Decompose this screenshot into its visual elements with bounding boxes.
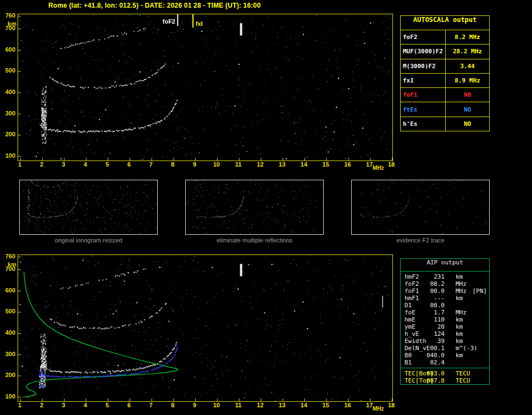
top-y-tick-300: 300	[2, 110, 15, 117]
top-y-tick-700: 700	[2, 25, 15, 31]
aip-param-unit: km	[456, 352, 463, 359]
top-y-tick-200: 200	[2, 131, 15, 137]
aip-row: hmE110km	[401, 316, 489, 323]
aip-param-unit: km	[456, 295, 463, 302]
aip-row: TEC[Top]007.8TECU	[401, 377, 489, 384]
bottom-x-tick-4: 4	[79, 402, 91, 408]
thumbnail-evidence-canvas	[352, 180, 489, 234]
top-y-tick-500: 500	[2, 67, 15, 74]
aip-param-unit: km	[456, 330, 463, 337]
aip-output-panel: AIP output hmF2231kmfoF208.2MHzfoF100.0M…	[400, 258, 490, 385]
thumbnail-original-canvas	[20, 180, 157, 234]
top-x-tick-13: 13	[276, 161, 288, 168]
autoscala-row: foF1NO	[401, 87, 489, 102]
bottom-x-tick-3: 3	[58, 402, 70, 408]
bottom-x-tick-12: 12	[254, 402, 266, 408]
aip-param-name: foF1	[404, 287, 419, 295]
aip-row: DelN_vE00.1m^(-3)	[401, 345, 489, 352]
aip-row: foE1.7MHz	[401, 309, 489, 316]
top-x-tick-7: 7	[145, 161, 157, 168]
aip-row: foF208.2MHz	[401, 280, 489, 287]
bottom-y-tick-100: 100	[2, 393, 15, 400]
aip-row: Ewidth39km	[401, 337, 489, 345]
autoscala-param-name: foF1	[401, 88, 446, 102]
aip-param-value: 00.0	[425, 287, 445, 295]
bottom-ionogram-canvas	[18, 255, 392, 401]
top-x-tick-2: 2	[36, 161, 48, 168]
autoscala-param-name: foF2	[401, 30, 446, 44]
bottom-x-tick-9: 9	[189, 402, 201, 408]
thumbnail-caption-evidence: evidence F2 trace	[351, 237, 490, 244]
aip-param-value: 110	[425, 316, 445, 323]
aip-param-name: ymE	[404, 323, 415, 330]
bottom-y-tick-760: 760	[2, 253, 15, 259]
aip-param-unit: km	[456, 273, 463, 280]
aip-param-unit: km	[456, 337, 463, 345]
top-x-tick-4: 4	[79, 161, 91, 168]
thumbnail-caption-original: original ionogram resized	[19, 237, 158, 244]
thumbnail-eliminate-multiples	[185, 180, 324, 235]
top-x-tick-10: 10	[210, 161, 223, 168]
aip-param-name: h_vE	[404, 330, 419, 337]
top-x-tick-1: 1	[14, 161, 26, 168]
autoscala-param-name: MUF(3000)F2	[401, 45, 446, 58]
bottom-x-tick-15: 15	[320, 402, 332, 408]
top-x-tick-9: 9	[189, 161, 201, 168]
aip-row: TEC[Bot]003.0TECU	[401, 370, 489, 377]
aip-param-name: hmF2	[404, 273, 419, 280]
aip-param-unit: m^(-3)	[456, 345, 478, 352]
top-ionogram-canvas	[18, 14, 392, 161]
bottom-x-tick-2: 2	[36, 402, 48, 408]
autoscala-panel-title: AUTOSCALA output	[401, 16, 489, 30]
aip-param-name: B0	[404, 352, 412, 359]
aip-param-value: 003.0	[425, 370, 445, 377]
bottom-x-tick-13: 13	[276, 402, 288, 408]
bottom-x-tick-7: 7	[145, 402, 157, 408]
bottom-x-tick-8: 8	[167, 402, 179, 408]
bottom-ionogram-plot	[18, 254, 393, 402]
aip-param-name: hmE	[404, 316, 415, 323]
bottom-y-tick-500: 500	[2, 308, 15, 314]
autoscala-row: ftEsNO	[401, 102, 489, 116]
autoscala-param-value: NO	[446, 102, 489, 116]
aip-param-value: 124	[425, 330, 445, 337]
aip-param-value: 1.7	[425, 309, 445, 316]
bottom-x-tick-6: 6	[123, 402, 135, 408]
autoscala-output-panel: AUTOSCALA output foF28.2 MHzMUF(3000)F22…	[400, 15, 490, 131]
bottom-x-tick-14: 14	[298, 402, 310, 408]
bottom-y-tick-600: 600	[2, 287, 15, 294]
autoscala-param-value: NO	[446, 88, 489, 102]
aip-param-note: [PN]	[473, 287, 487, 295]
station-date-header: Rome (lat: +41.8, lon: 012.5) - DATE: 20…	[48, 2, 261, 9]
top-x-tick-17: 17	[363, 161, 375, 168]
top-x-tick-18: 18	[385, 161, 397, 168]
bottom-x-tick-16: 16	[341, 402, 353, 408]
autoscala-row: foF28.2 MHz	[401, 30, 489, 44]
top-ionogram-plot: foF2 fxI	[18, 14, 393, 161]
autoscala-param-name: fxI	[401, 74, 446, 87]
aip-param-unit: km	[456, 323, 463, 330]
thumbnail-eliminate-canvas	[186, 180, 323, 234]
autoscala-param-value: 3.44	[446, 59, 489, 73]
aip-param-unit: MHz	[456, 280, 467, 287]
bottom-y-tick-300: 300	[2, 351, 15, 357]
aip-param-name: Ewidth	[404, 337, 426, 345]
bottom-x-tick-18: 18	[385, 402, 397, 408]
aip-param-value: 00.0	[425, 302, 445, 309]
thumbnail-evidence-f2	[351, 180, 490, 235]
fxi-marker-label: fxI	[196, 20, 203, 27]
autoscala-param-value: NO	[446, 117, 489, 131]
fof2-marker-label: foF2	[158, 18, 175, 25]
thumbnail-original-ionogram	[19, 180, 158, 235]
aip-param-name: foE	[404, 309, 415, 316]
aip-row: hmF2231km	[401, 273, 489, 280]
aip-param-name: D1	[404, 302, 412, 309]
aip-param-value: 20	[425, 323, 445, 330]
aip-row: foF100.0MHz[PN]	[401, 287, 489, 295]
bottom-y-tick-200: 200	[2, 372, 15, 378]
top-x-tick-5: 5	[101, 161, 113, 168]
aip-param-value: 00.1	[425, 345, 445, 352]
thumbnail-caption-eliminate: eliminate multiple reflections	[185, 237, 324, 244]
bottom-x-tick-17: 17	[363, 402, 375, 408]
top-y-tick-600: 600	[2, 46, 15, 53]
